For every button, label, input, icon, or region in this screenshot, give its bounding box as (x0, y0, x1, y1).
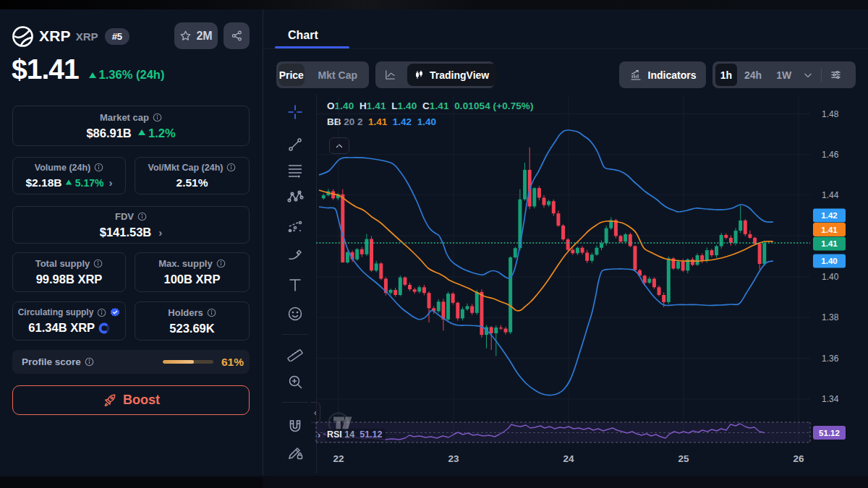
svg-text:22: 22 (333, 453, 344, 464)
svg-text:1.41: 1.41 (821, 226, 838, 234)
svg-text:26: 26 (793, 453, 804, 464)
svg-text:24: 24 (563, 453, 574, 464)
svg-text:1.38: 1.38 (822, 312, 839, 322)
svg-text:23: 23 (448, 453, 459, 464)
svg-text:1.48: 1.48 (822, 109, 839, 119)
svg-text:1.42: 1.42 (821, 211, 837, 220)
svg-text:25: 25 (678, 453, 689, 464)
svg-text:1.40: 1.40 (822, 272, 839, 282)
svg-text:1.40: 1.40 (821, 257, 837, 265)
svg-text:1.36: 1.36 (822, 354, 839, 364)
svg-text:51.12: 51.12 (819, 429, 840, 437)
svg-text:1.46: 1.46 (822, 150, 839, 160)
svg-text:1.34: 1.34 (822, 394, 839, 404)
svg-text:1.41: 1.41 (821, 239, 838, 248)
svg-text:1.44: 1.44 (822, 190, 839, 200)
